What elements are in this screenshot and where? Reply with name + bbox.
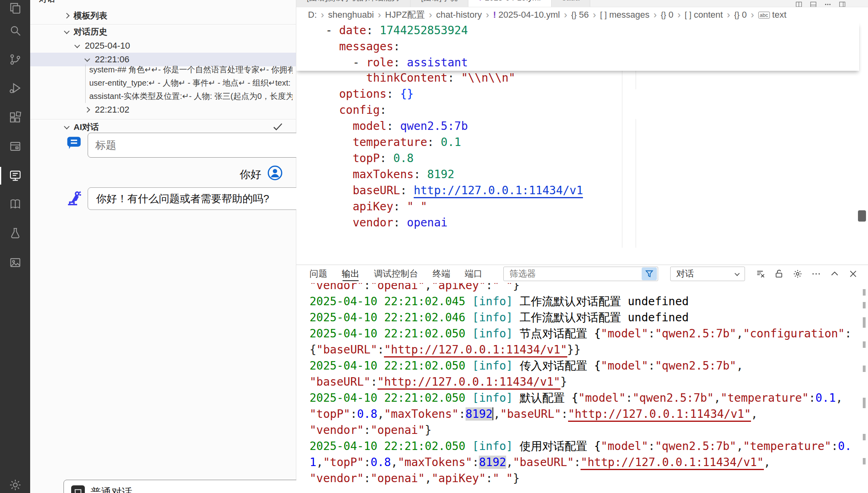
indent-guide [622, 71, 622, 248]
layout-icon[interactable] [839, 1, 846, 7]
window-icon[interactable] [0, 135, 30, 158]
breadcrumb-separator: › [378, 9, 381, 21]
chat-input-value: 普通对话 [90, 485, 132, 493]
log-line: 2025-04-10 22:21:02.050 [info] 默认配置 {"mo… [310, 390, 858, 406]
panel-tab-调试控制台[interactable]: 调试控制台 [374, 265, 418, 283]
breadcrumb-item[interactable]: {}56 [571, 10, 589, 20]
sticky-scroll[interactable]: - date: 1744252853924 messages: - role: … [296, 23, 859, 71]
editor-tab[interactable]: [图谱]测试手机的详细能力 [296, 0, 410, 7]
maximize-panel-icon[interactable] [829, 269, 840, 279]
warning-icon: ! [493, 10, 496, 20]
toggle-panel-icon[interactable] [810, 1, 817, 7]
output-channel-select[interactable]: 对话 [670, 267, 745, 281]
breadcrumb-item[interactable]: [ ]content [685, 10, 723, 20]
output-log[interactable]: "vendor":"openai","apiKey":" "}2025-04-1… [296, 283, 858, 493]
clear-output-icon[interactable] [755, 269, 766, 279]
overview-ruler-mark [863, 366, 866, 372]
unlock-icon[interactable] [774, 269, 784, 279]
breadcrumb-item[interactable]: HJPZ配置 [385, 9, 425, 21]
panel-tab-端口[interactable]: 端口 [465, 265, 482, 283]
log-line: 2025-04-10 22:21:02.050 [info] 使用对话配置 {"… [310, 438, 858, 454]
settings-gear-icon[interactable] [0, 474, 30, 493]
log-line: "vendor":"openai","apiKey":" "} [310, 283, 858, 294]
log-line: {"baseURL":"http://127.0.0.1:11434/v1"}} [310, 342, 858, 358]
chevron-right-icon [64, 13, 70, 18]
log-line: "vendor":"openai"} [310, 422, 858, 438]
sticky-line: messages: [312, 39, 859, 55]
section-template-list[interactable]: 模板列表 [30, 9, 296, 23]
object-symbol-icon: {} [661, 10, 666, 20]
book-icon[interactable] [0, 193, 30, 215]
source-control-icon[interactable] [0, 48, 30, 71]
output-filterbox [503, 267, 658, 281]
history-session-222102[interactable]: 22:21:02 [30, 103, 296, 116]
editor-tab[interactable]: sada [552, 0, 590, 7]
code-line: baseURL: http://127.0.0.1:11434/v1 [312, 183, 868, 199]
robot-icon [66, 190, 82, 207]
breadcrumb-separator: › [564, 9, 567, 21]
breadcrumb-item[interactable]: [ ]messages [600, 10, 650, 20]
editor-tab[interactable]: [图谱]小说 [410, 0, 468, 7]
code-line: model: qwen2.5:7b [312, 118, 868, 134]
ai-chat-icon[interactable] [0, 164, 30, 187]
history-message-item[interactable]: system-## 角色↵↵- 你是一个自然语言处理专家↵- 你拥有从文... [89, 63, 293, 76]
gear-icon[interactable] [792, 269, 803, 279]
panel-tab-输出[interactable]: 输出 [342, 265, 359, 283]
flask-icon[interactable] [0, 222, 30, 244]
panel-tab-终端[interactable]: 终端 [433, 265, 450, 283]
section-label: 模板列表 [74, 10, 107, 21]
split-editor-icon[interactable] [795, 1, 802, 7]
run-debug-icon[interactable] [0, 77, 30, 99]
close-panel-icon[interactable] [848, 269, 858, 279]
user-avatar-icon [267, 165, 283, 181]
confirm-check-icon[interactable] [272, 121, 284, 133]
chat-title-input[interactable] [95, 139, 297, 152]
code-editor[interactable]: - date: 1744252853924 messages: - role: … [296, 23, 868, 265]
overview-ruler-mark [863, 317, 866, 328]
panel-tab-问题[interactable]: 问题 [310, 265, 327, 283]
section-divider [30, 119, 296, 119]
history-message-item[interactable]: assistant-实体类型及位置:↵- 人物: 张三(起点为0，长度为2); … [89, 90, 293, 103]
section-ai-chat[interactable]: AI对话 [30, 120, 296, 134]
editor-scrollbar-thumb[interactable] [858, 210, 866, 222]
editor-tab[interactable]: !2025-04-10.yml [468, 0, 552, 7]
breadcrumbs: D:›shenghuabi›HJPZ配置›chat-history›!2025-… [296, 7, 868, 23]
breadcrumb-item[interactable]: D: [308, 10, 317, 20]
breadcrumb-separator: › [677, 9, 681, 21]
files-icon[interactable] [0, 0, 30, 19]
code-line: options: {} [312, 86, 868, 102]
object-symbol-icon: {} [734, 10, 739, 20]
section-chat-history[interactable]: 对话历史 [30, 25, 296, 39]
search-icon[interactable] [0, 19, 30, 42]
extensions-icon[interactable] [0, 106, 30, 129]
panel-header: 问题输出调试控制台终端端口 对话 [296, 265, 868, 283]
log-line: "baseURL":"http://127.0.0.1:11434/v1"} [310, 374, 858, 390]
log-line: 2025-04-10 22:21:02.046 [info] 工作流默认对话配置… [310, 310, 858, 326]
section-label: 对话历史 [74, 26, 107, 37]
breadcrumb-item[interactable]: {}0 [661, 10, 674, 20]
chevron-down-icon [64, 29, 70, 34]
breadcrumb-item[interactable]: !2025-04-10.yml [493, 10, 560, 20]
overview-ruler-mark [863, 289, 866, 296]
code-content[interactable]: thinkContent: "\\n\\n" options: {} confi… [296, 70, 868, 231]
history-date-group[interactable]: 2025-04-10 [30, 39, 296, 52]
image-icon[interactable] [0, 251, 30, 274]
more-icon[interactable] [811, 269, 821, 279]
chat-bottom-inputbox[interactable]: 普通对话 [64, 480, 305, 493]
breadcrumb-item[interactable]: {}0 [734, 10, 747, 20]
more-actions-icon[interactable] [824, 1, 831, 7]
filter-funnel-icon[interactable] [642, 267, 657, 280]
chat-mode-icon[interactable] [71, 485, 85, 493]
breadcrumb-item[interactable]: abctext [758, 10, 786, 20]
editor-actions [795, 1, 846, 7]
code-line: vendor: openai [312, 215, 868, 231]
breadcrumb-item[interactable]: chat-history [436, 10, 482, 20]
history-message-item[interactable]: user-entity_type:↵ - 人物↵ - 事件↵ - 地点↵ - 组… [89, 76, 293, 90]
filter-input[interactable] [504, 269, 642, 279]
sticky-line: - date: 1744252853924 [312, 23, 859, 39]
log-line: 2025-04-10 22:21:02.050 [info] 传入对话配置 {"… [310, 358, 858, 374]
editor-area: [图谱]测试手机的详细能力[图谱]小说!2025-04-10.ymlsada D… [296, 0, 868, 493]
breadcrumb-item[interactable]: shenghuabi [328, 10, 374, 20]
sidebar: 对话 模板列表 对话历史 2025-04-10 22:21:06 system-… [30, 0, 296, 493]
breadcrumb-separator: › [321, 9, 324, 21]
